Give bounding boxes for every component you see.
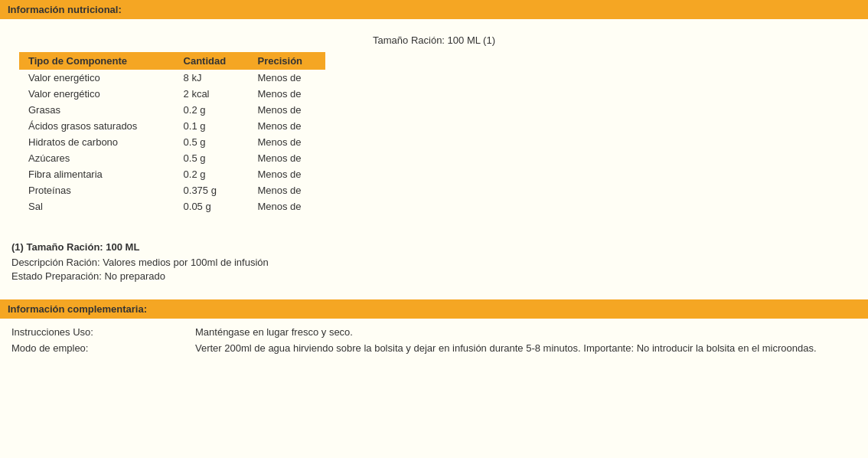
cell-component: Azúcares	[19, 150, 175, 166]
cell-component: Grasas	[19, 102, 175, 118]
cell-component: Hidratos de carbono	[19, 134, 175, 150]
cell-precision: Menos de	[248, 118, 325, 134]
usage-row: Instrucciones Uso: Manténgase en lugar f…	[11, 326, 857, 338]
nutrition-section: Tamaño Ración: 100 ML (1) Tipo de Compon…	[0, 19, 868, 230]
table-row: Ácidos grasos saturados0.1 gMenos de	[19, 118, 325, 134]
cell-component: Fibra alimentaria	[19, 166, 175, 182]
table-row: Proteínas0.375 gMenos de	[19, 182, 325, 198]
cell-component: Ácidos grasos saturados	[19, 118, 175, 134]
cell-precision: Menos de	[248, 166, 325, 182]
table-row: Valor energético2 kcalMenos de	[19, 86, 325, 102]
cell-precision: Menos de	[248, 102, 325, 118]
table-row: Azúcares0.5 gMenos de	[19, 150, 325, 166]
col-component: Tipo de Componente	[19, 52, 175, 70]
cell-precision: Menos de	[248, 70, 325, 86]
table-row: Grasas0.2 gMenos de	[19, 102, 325, 118]
cell-component: Proteínas	[19, 182, 175, 198]
footnote-preparation: Estado Preparación: No preparado	[11, 270, 857, 282]
cell-precision: Menos de	[248, 86, 325, 102]
cell-component: Sal	[19, 198, 175, 214]
mode-value: Verter 200ml de agua hirviendo sobre la …	[195, 342, 857, 354]
cell-precision: Menos de	[248, 150, 325, 166]
nutritional-header: Información nutricional:	[0, 0, 868, 19]
cell-quantity: 0.2 g	[175, 102, 249, 118]
table-row: Fibra alimentaria0.2 gMenos de	[19, 166, 325, 182]
footnote-title: (1) Tamaño Ración: 100 ML	[11, 241, 857, 253]
cell-component: Valor energético	[19, 70, 175, 86]
col-quantity: Cantidad	[175, 52, 249, 70]
cell-quantity: 0.375 g	[175, 182, 249, 198]
cell-quantity: 0.05 g	[175, 198, 249, 214]
cell-quantity: 8 kJ	[175, 70, 249, 86]
cell-precision: Menos de	[248, 198, 325, 214]
usage-value: Manténgase en lugar fresco y seco.	[195, 326, 857, 338]
usage-label: Instrucciones Uso:	[11, 326, 195, 338]
table-header-row: Tipo de Componente Cantidad Precisión	[19, 52, 325, 70]
cell-quantity: 0.5 g	[175, 134, 249, 150]
serving-size-title: Tamaño Ración: 100 ML (1)	[11, 34, 857, 46]
page-wrapper: Información nutricional: Tamaño Ración: …	[0, 0, 868, 370]
table-row: Hidratos de carbono0.5 gMenos de	[19, 134, 325, 150]
col-precision: Precisión	[248, 52, 325, 70]
cell-quantity: 2 kcal	[175, 86, 249, 102]
mode-label: Modo de empleo:	[11, 342, 195, 354]
mode-row: Modo de empleo: Verter 200ml de agua hir…	[11, 342, 857, 354]
cell-quantity: 0.1 g	[175, 118, 249, 134]
footnote-section: (1) Tamaño Ración: 100 ML Descripción Ra…	[0, 230, 868, 299]
nutrition-table: Tipo de Componente Cantidad Precisión Va…	[19, 52, 325, 214]
complementary-section: Instrucciones Uso: Manténgase en lugar f…	[0, 319, 868, 370]
table-row: Sal0.05 gMenos de	[19, 198, 325, 214]
cell-quantity: 0.5 g	[175, 150, 249, 166]
table-row: Valor energético8 kJMenos de	[19, 70, 325, 86]
footnote-description: Descripción Ración: Valores medios por 1…	[11, 257, 857, 268]
cell-precision: Menos de	[248, 134, 325, 150]
cell-quantity: 0.2 g	[175, 166, 249, 182]
cell-component: Valor energético	[19, 86, 175, 102]
complementary-header: Información complementaria:	[0, 299, 868, 319]
cell-precision: Menos de	[248, 182, 325, 198]
